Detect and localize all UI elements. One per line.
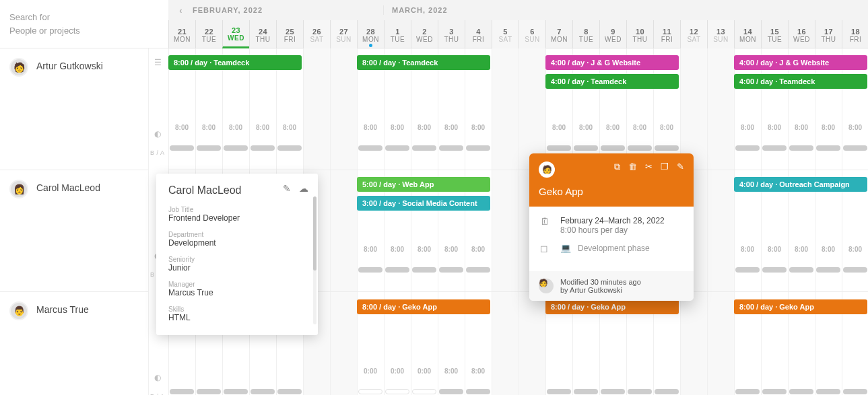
- prev-month-icon[interactable]: ‹: [176, 5, 186, 15]
- capacity-bar: [843, 267, 867, 273]
- hour-cell: 8:00: [734, 124, 761, 136]
- day-cell[interactable]: 3THU: [438, 20, 465, 48]
- day-cell[interactable]: 16WED: [788, 20, 815, 48]
- capacity-bar: [574, 145, 598, 151]
- delete-icon[interactable]: 🗑: [628, 161, 637, 172]
- hour-cell: 8:00: [761, 124, 788, 136]
- capacity-bar: [358, 267, 382, 273]
- allocation-bar[interactable]: 4:00 / day · Teamdeck: [734, 74, 867, 89]
- capacity-bar: [789, 267, 813, 273]
- search-panel[interactable]: Search for People or projects: [0, 0, 168, 48]
- allocation-bar[interactable]: 8:00 / day · Geko App: [734, 299, 867, 314]
- day-cell[interactable]: 7MON: [545, 20, 572, 48]
- day-cell[interactable]: 26SAT: [303, 20, 330, 48]
- day-cell[interactable]: 24THU: [249, 20, 276, 48]
- popover-avatar: 🧑: [539, 161, 555, 178]
- person-row[interactable]: 🧑 Artur Gutkowski: [0, 48, 148, 170]
- day-cell[interactable]: 14MON: [734, 20, 761, 48]
- moon-icon[interactable]: ◐: [152, 128, 164, 140]
- hour-cell: 8:00: [465, 124, 492, 136]
- edit-icon[interactable]: ✎: [677, 161, 684, 172]
- search-line1: Search for: [9, 11, 159, 24]
- field-label: Manager: [168, 281, 306, 288]
- allocation-bar[interactable]: 8:00 / day · Geko App: [545, 299, 679, 314]
- allocation-bar[interactable]: 8:00 / day · Teamdeck: [357, 55, 490, 70]
- hour-cell: 8:00: [438, 124, 465, 136]
- capacity-bar: [170, 145, 194, 151]
- filter-icon[interactable]: ☰: [152, 57, 164, 69]
- capacity-bar: [843, 145, 867, 151]
- capacity-bar: [224, 145, 248, 151]
- hour-cell: [599, 367, 626, 380]
- day-cell[interactable]: 18FRI: [842, 20, 868, 48]
- field-value: HTML: [168, 313, 306, 322]
- day-cell[interactable]: 2WED: [411, 20, 438, 48]
- capacity-bar: [735, 267, 760, 273]
- capacity-bar: [816, 267, 840, 273]
- hour-cell: 8:00: [572, 124, 599, 136]
- allocation-bar[interactable]: 4:00 / day · J & G Website: [734, 55, 867, 70]
- capacity-bar: [439, 389, 463, 394]
- day-cell[interactable]: 11FRI: [653, 20, 680, 48]
- hour-cell: 0:00: [384, 367, 411, 380]
- allocation-bar[interactable]: 3:00 / day · Social Media Content: [357, 196, 490, 211]
- duplicate-icon[interactable]: ❐: [661, 161, 669, 172]
- capacity-bar: [251, 389, 275, 394]
- allocation-bar[interactable]: 4:00 / day · Outreach Campaign: [734, 177, 867, 192]
- capacity-bar: [466, 145, 490, 151]
- day-cell[interactable]: 17THU: [815, 20, 842, 48]
- day-cell[interactable]: 9WED: [599, 20, 626, 48]
- capacity-bar: [601, 389, 625, 394]
- day-cell[interactable]: 10THU: [626, 20, 653, 48]
- hour-cell: 8:00: [815, 124, 842, 136]
- search-line2: People or projects: [9, 24, 159, 38]
- day-cell[interactable]: 25FRI: [276, 20, 303, 48]
- day-cell[interactable]: 5SAT: [492, 20, 519, 48]
- hour-cell: [707, 367, 734, 380]
- scrollbar[interactable]: [313, 196, 316, 324]
- person-row[interactable]: 👨 Marcus True: [0, 292, 148, 395]
- person-name: Marcus True: [36, 304, 89, 315]
- hour-cell: 8:00: [411, 124, 438, 136]
- laptop-icon: 💻: [560, 243, 571, 253]
- day-cell[interactable]: 12SAT: [680, 20, 707, 48]
- allocation-bar[interactable]: 8:00 / day · Geko App: [357, 299, 490, 314]
- day-cell[interactable]: 15TUE: [761, 20, 788, 48]
- cloud-icon[interactable]: ☁: [299, 183, 308, 194]
- day-cell[interactable]: 22TUE: [195, 20, 222, 48]
- allocation-bar[interactable]: 8:00 / day · Teamdeck: [168, 55, 302, 70]
- moon-icon[interactable]: ◐: [152, 371, 164, 384]
- day-cell[interactable]: 4FRI: [465, 20, 492, 48]
- hour-cell: 8:00: [357, 246, 384, 258]
- hour-cell: 8:00: [545, 124, 572, 136]
- capacity-bar: [789, 145, 813, 151]
- day-cell[interactable]: 21MON: [168, 20, 195, 48]
- day-cell[interactable]: 6SUN: [519, 20, 545, 48]
- day-cell[interactable]: 8TUE: [572, 20, 599, 48]
- allocation-bar[interactable]: 5:00 / day · Web App: [357, 177, 490, 192]
- edit-icon[interactable]: ✎: [283, 183, 291, 194]
- hour-cell: [492, 246, 519, 258]
- day-cell[interactable]: 23WED: [222, 20, 249, 48]
- field-label: Job Title: [168, 206, 306, 213]
- capacity-bar: [170, 389, 194, 394]
- cut-icon[interactable]: ✂: [645, 161, 653, 172]
- hour-cell: 8:00: [276, 124, 303, 136]
- day-cell[interactable]: 13SUN: [707, 20, 734, 48]
- capacity-bar: [789, 389, 813, 394]
- hour-cell: [734, 367, 761, 380]
- avatar: 🧑: [9, 58, 28, 77]
- allocation-bar[interactable]: 4:00 / day · Teamdeck: [545, 74, 679, 89]
- copy-icon[interactable]: ⧉: [614, 161, 620, 172]
- capacity-bar: [358, 389, 382, 394]
- allocation-bar[interactable]: 4:00 / day · J & G Website: [545, 55, 679, 70]
- day-cell[interactable]: 1TUE: [384, 20, 411, 48]
- person-row[interactable]: 👩 Carol MacLeod: [0, 170, 148, 292]
- day-cell[interactable]: 27SUN: [330, 20, 357, 48]
- hour-cell: [519, 367, 545, 380]
- hour-cell: [761, 367, 788, 380]
- timeline-header: ‹ FEBRUARY, 2022 MARCH, 2022 21MON22TUE2…: [168, 0, 868, 48]
- day-cell[interactable]: 28MON: [357, 20, 384, 48]
- hour-cell: 8:00: [384, 124, 411, 136]
- hour-cell: 8:00: [761, 246, 788, 258]
